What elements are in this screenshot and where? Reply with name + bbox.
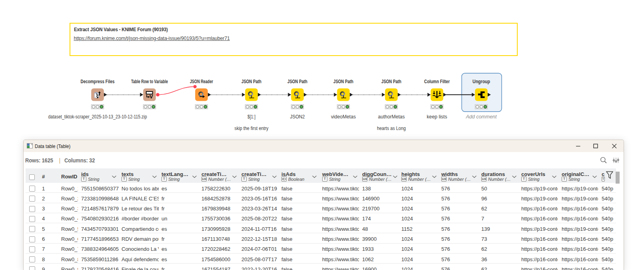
svg-text:V: V xyxy=(150,94,153,100)
svg-text:Decompress Files: Decompress Files xyxy=(81,79,115,84)
svg-text:JSON2: JSON2 xyxy=(290,114,305,120)
svg-text:skip the first entry: skip the first entry xyxy=(235,126,269,131)
svg-text:JSON Path: JSON Path xyxy=(381,79,401,84)
svg-text:keep lists: keep lists xyxy=(427,114,447,120)
svg-text:hearts as Long: hearts as Long xyxy=(377,126,406,131)
svg-text:JSON Path: JSON Path xyxy=(241,79,261,84)
svg-text:dataset_tiktok-scraper_2025-10: dataset_tiktok-scraper_2025-10-13_23-10-… xyxy=(48,114,147,120)
svg-text:JSON Reader: JSON Reader xyxy=(190,79,213,84)
svg-text:authorMetas: authorMetas xyxy=(378,114,405,120)
svg-text:videoMetas: videoMetas xyxy=(331,114,356,120)
svg-text:Add comment: Add comment xyxy=(466,114,497,120)
svg-text:JSON Path: JSON Path xyxy=(333,79,353,84)
svg-text:Column Filter: Column Filter xyxy=(424,79,450,84)
svg-text:JSON Path: JSON Path xyxy=(287,79,307,84)
svg-text:$[1:]: $[1:] xyxy=(247,114,255,120)
svg-text:Ungroup: Ungroup xyxy=(473,79,490,84)
svg-text:Table Row to Variable: Table Row to Variable xyxy=(131,79,168,84)
